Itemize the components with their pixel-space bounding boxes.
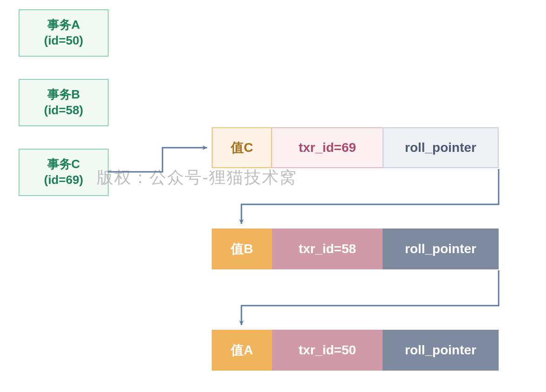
version-a-value: 值A (212, 330, 272, 371)
version-row-c: 值C txr_id=69 roll_pointer (212, 127, 499, 168)
version-b-value: 值B (212, 229, 272, 269)
version-row-a: 值A txr_id=50 roll_pointer (212, 330, 499, 371)
transaction-a-id: (id=50) (44, 33, 84, 49)
transaction-b-label: 事务B (47, 87, 80, 103)
version-c-rollpointer: roll_pointer (383, 127, 499, 168)
transaction-c-label: 事务C (47, 157, 80, 172)
arrow-rowb-to-rowa (241, 270, 499, 325)
version-b-rollpointer: roll_pointer (383, 229, 499, 269)
transaction-box-a: 事务A (id=50) (19, 9, 109, 57)
transaction-b-id: (id=58) (44, 103, 84, 118)
watermark-text: 版权：公众号-狸猫技术窝 (97, 166, 297, 189)
version-row-b: 值B txr_id=58 roll_pointer (212, 229, 499, 269)
version-a-txr: txr_id=50 (272, 330, 383, 371)
version-c-txr: txr_id=69 (272, 127, 383, 168)
transaction-c-id: (id=69) (44, 172, 84, 188)
version-a-rollpointer: roll_pointer (383, 330, 499, 371)
version-b-txr: txr_id=58 (272, 229, 383, 269)
version-c-value: 值C (212, 127, 272, 168)
diagram-stage: 事务A (id=50) 事务B (id=58) 事务C (id=69) 版权：公… (0, 0, 546, 392)
transaction-box-b: 事务B (id=58) (19, 79, 109, 126)
transaction-box-c: 事务C (id=69) (19, 149, 109, 196)
transaction-a-label: 事务A (47, 17, 80, 33)
